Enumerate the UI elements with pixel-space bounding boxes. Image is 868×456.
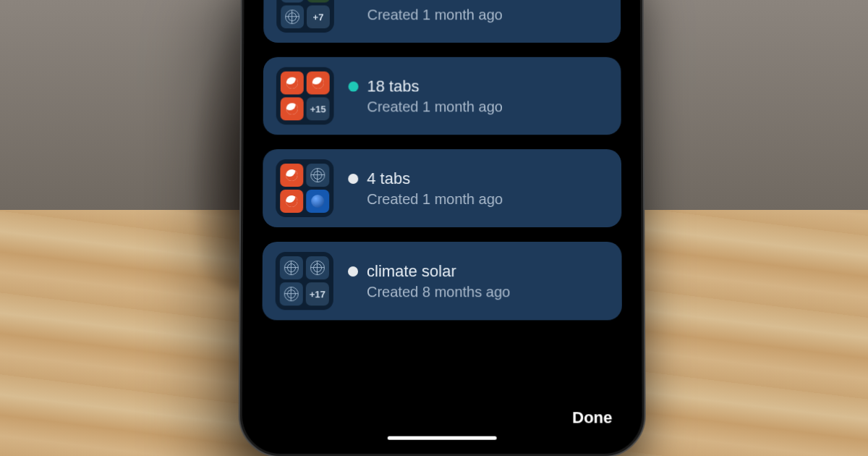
tab-group-title: intel nvidia [367, 0, 442, 4]
reddit-icon [280, 190, 303, 213]
group-color-dot [349, 81, 359, 91]
tab-group-thumbnail-grid: +17 [276, 252, 333, 310]
tab-group-title: climate solar [367, 262, 456, 281]
footer: Done [262, 398, 623, 433]
reddit-icon [280, 164, 303, 187]
overflow-count: +7 [307, 5, 330, 28]
globe-icon [281, 0, 304, 3]
group-color-dot [348, 266, 358, 276]
blue-dot-icon [306, 190, 329, 213]
tab-group-thumbnail-grid: +15 [276, 67, 334, 125]
group-color-dot [348, 174, 358, 184]
reddit-icon [281, 72, 304, 95]
tab-group-card[interactable]: 4 tabs Created 1 month ago [263, 149, 621, 227]
tab-group-subtitle: Created 1 month ago [367, 191, 503, 208]
reddit-icon [281, 97, 304, 120]
nvidia-icon [307, 0, 330, 3]
tab-group-subtitle: Created 8 months ago [367, 284, 510, 300]
tab-group-thumbnail-grid [276, 159, 333, 217]
tab-group-card[interactable]: +15 18 tabs Created 1 month ago [263, 57, 621, 135]
tab-group-subtitle: Created 1 month ago [367, 98, 503, 115]
globe-icon [306, 256, 329, 279]
overflow-count: +17 [306, 282, 329, 305]
tab-group-card[interactable]: +17 climate solar Created 8 months ago [262, 242, 621, 320]
tab-group-title: 18 tabs [367, 77, 419, 96]
home-indicator[interactable] [388, 436, 497, 440]
iphone-frame: +7 intel nvidia Created 1 month ago +15 [238, 0, 645, 456]
overflow-count: +15 [307, 97, 330, 120]
tab-group-thumbnail-grid: +7 [276, 0, 334, 33]
globe-icon [280, 256, 303, 279]
tab-group-subtitle: Created 1 month ago [367, 7, 503, 23]
tab-group-card[interactable]: +7 intel nvidia Created 1 month ago [263, 0, 621, 43]
done-button[interactable]: Done [569, 402, 615, 433]
globe-icon [281, 5, 304, 28]
globe-icon [280, 282, 303, 305]
globe-icon [306, 164, 329, 187]
tab-group-title: 4 tabs [367, 169, 410, 188]
reddit-icon [307, 72, 330, 95]
screen: +7 intel nvidia Created 1 month ago +15 [249, 0, 636, 446]
tab-groups-list[interactable]: +7 intel nvidia Created 1 month ago +15 [262, 0, 622, 398]
